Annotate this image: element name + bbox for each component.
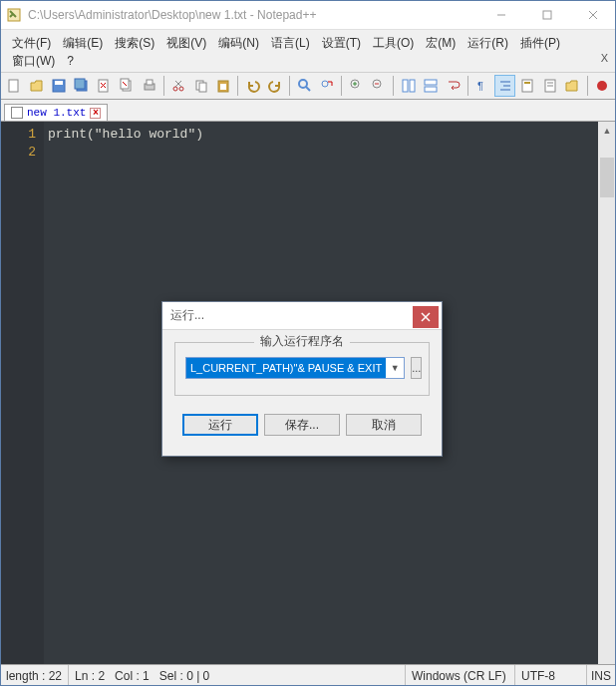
maximize-button[interactable]	[524, 0, 570, 30]
paste-icon[interactable]	[213, 75, 234, 97]
menu-search[interactable]: 搜索(S)	[109, 34, 160, 52]
status-mode: INS	[587, 665, 616, 686]
svg-point-26	[299, 80, 307, 88]
scroll-up-icon[interactable]: ▲	[598, 122, 616, 140]
sync-h-icon[interactable]	[421, 75, 442, 97]
status-bar: length : 22 Ln : 2 Col : 1 Sel : 0 | 0 W…	[0, 664, 616, 686]
chevron-down-icon[interactable]: ▼	[386, 363, 404, 373]
menu-tools[interactable]: 工具(O)	[367, 34, 420, 52]
svg-rect-37	[425, 87, 437, 92]
run-command-combo[interactable]: L_CURRENT_PATH)"& PAUSE & EXIT ▼	[185, 357, 405, 379]
status-line: Ln : 2	[75, 669, 105, 683]
close-all-icon[interactable]	[117, 75, 138, 97]
svg-rect-34	[403, 80, 408, 92]
undo-icon[interactable]	[242, 75, 263, 97]
status-sel: Sel : 0 | 0	[159, 669, 209, 683]
svg-rect-5	[9, 80, 18, 92]
menu-run[interactable]: 运行(R)	[462, 34, 514, 52]
svg-rect-17	[147, 80, 153, 85]
menu-help[interactable]: ?	[61, 52, 80, 70]
zoom-out-icon[interactable]	[369, 75, 390, 97]
menu-view[interactable]: 视图(V)	[160, 34, 212, 52]
sync-v-icon[interactable]	[398, 75, 419, 97]
new-file-icon[interactable]	[4, 75, 25, 97]
svg-line-27	[306, 87, 310, 91]
menu-plugins[interactable]: 插件(P)	[514, 34, 566, 52]
find-icon[interactable]	[294, 75, 315, 97]
close-file-icon[interactable]	[94, 75, 115, 97]
svg-rect-36	[425, 80, 437, 85]
cancel-button[interactable]: 取消	[346, 414, 422, 436]
print-icon[interactable]	[139, 75, 159, 97]
save-all-icon[interactable]	[72, 75, 93, 97]
file-tab[interactable]: new 1.txt ×	[4, 104, 108, 121]
dialog-titlebar[interactable]: 运行...	[162, 302, 442, 330]
redo-icon[interactable]	[265, 75, 286, 97]
svg-point-18	[173, 87, 177, 91]
zoom-in-icon[interactable]	[346, 75, 367, 97]
menu-file[interactable]: 文件(F)	[6, 34, 57, 52]
svg-point-19	[179, 87, 183, 91]
app-icon	[6, 7, 22, 23]
open-file-icon[interactable]	[27, 75, 48, 97]
svg-text:¶: ¶	[477, 80, 483, 92]
window-titlebar: C:\Users\Administrator\Desktop\new 1.txt…	[0, 0, 616, 30]
svg-point-47	[597, 81, 607, 91]
line-gutter: 1 2	[0, 122, 44, 664]
menu-language[interactable]: 语言(L)	[265, 34, 316, 52]
svg-rect-42	[522, 80, 532, 92]
svg-rect-23	[199, 83, 206, 92]
save-icon[interactable]	[49, 75, 70, 97]
menu-encoding[interactable]: 编码(N)	[212, 34, 265, 52]
wrap-icon[interactable]	[443, 75, 463, 97]
svg-point-28	[322, 81, 328, 87]
replace-icon[interactable]	[317, 75, 338, 97]
svg-rect-7	[55, 81, 63, 85]
run-button[interactable]: 运行	[182, 414, 258, 436]
menu-close-icon[interactable]: X	[601, 52, 608, 64]
record-macro-icon[interactable]	[592, 75, 613, 97]
minimize-button[interactable]	[478, 0, 524, 30]
menu-settings[interactable]: 设置(T)	[316, 34, 367, 52]
tab-label: new 1.txt	[27, 107, 86, 119]
run-dialog: 运行... 输入运行程序名 L_CURRENT_PATH)"& PAUSE & …	[161, 301, 443, 457]
run-command-input[interactable]: L_CURRENT_PATH)"& PAUSE & EXIT	[186, 358, 386, 378]
status-length: length : 22	[0, 665, 69, 686]
svg-rect-25	[220, 84, 226, 90]
dialog-group-label: 输入运行程序名	[254, 333, 350, 350]
menu-bar: 文件(F) 编辑(E) 搜索(S) 视图(V) 编码(N) 语言(L) 设置(T…	[0, 30, 616, 72]
save-button[interactable]: 保存...	[264, 414, 340, 436]
menu-window[interactable]: 窗口(W)	[6, 52, 61, 70]
svg-rect-2	[543, 11, 551, 19]
file-icon	[11, 107, 23, 119]
svg-rect-43	[524, 82, 530, 84]
show-chars-icon[interactable]: ¶	[472, 75, 493, 97]
status-eol: Windows (CR LF)	[406, 665, 515, 686]
scroll-thumb[interactable]	[600, 158, 614, 197]
cut-icon[interactable]	[168, 75, 189, 97]
indent-guide-icon[interactable]	[494, 75, 515, 97]
close-button[interactable]	[570, 0, 616, 30]
status-col: Col : 1	[115, 669, 150, 683]
tab-close-icon[interactable]: ×	[90, 108, 101, 119]
window-title: C:\Users\Administrator\Desktop\new 1.txt…	[28, 8, 478, 22]
vertical-scrollbar[interactable]: ▲	[598, 122, 616, 664]
tab-bar: new 1.txt ×	[0, 100, 616, 122]
svg-rect-35	[410, 80, 415, 92]
folder-icon[interactable]	[562, 75, 583, 97]
dialog-title: 运行...	[170, 307, 413, 324]
menu-macro[interactable]: 宏(M)	[420, 34, 462, 52]
menu-edit[interactable]: 编辑(E)	[57, 34, 109, 52]
browse-button[interactable]: ...	[411, 357, 422, 379]
status-encoding: UTF-8	[515, 665, 587, 686]
func-list-icon[interactable]	[540, 75, 561, 97]
copy-icon[interactable]	[190, 75, 211, 97]
svg-rect-9	[75, 79, 85, 89]
doc-map-icon[interactable]	[517, 75, 538, 97]
dialog-close-button[interactable]	[413, 306, 439, 328]
toolbar: ¶	[0, 72, 616, 100]
